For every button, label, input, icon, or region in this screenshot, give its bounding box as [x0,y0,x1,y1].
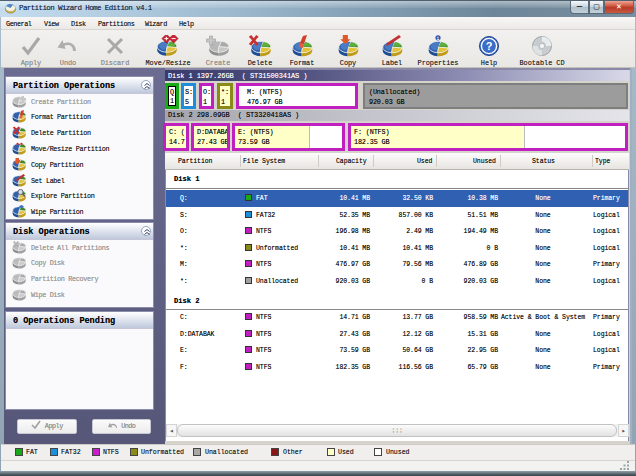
svg-text:?: ? [486,40,493,52]
